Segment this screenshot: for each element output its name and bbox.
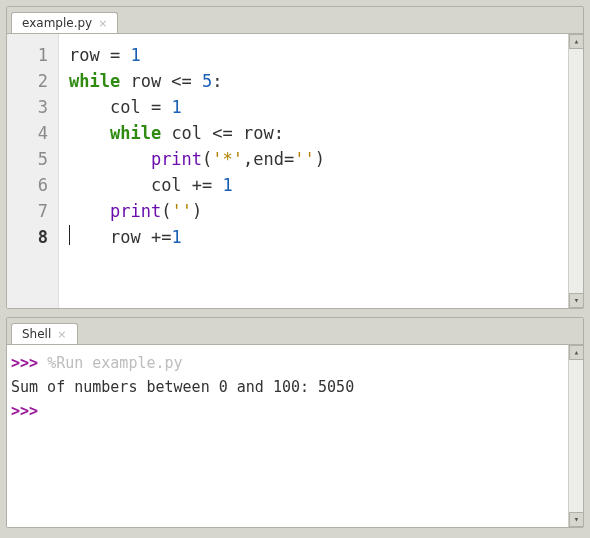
shell-prompt: >>>: [11, 402, 38, 420]
scroll-up-icon[interactable]: ▴: [569, 34, 584, 49]
shell-prompt: >>>: [11, 354, 38, 372]
shell-tab-row: Shell ×: [7, 318, 583, 344]
code-line: while row <= 5:: [69, 68, 562, 94]
code-line: col = 1: [69, 94, 562, 120]
line-number-current: 8: [7, 224, 48, 250]
shell-tab[interactable]: Shell ×: [11, 323, 78, 344]
code-line: row = 1: [69, 42, 562, 68]
code-line: row +=1: [69, 224, 562, 250]
line-number: 4: [7, 120, 48, 146]
shell-panel: Shell × >>> %Run example.py Sum of numbe…: [6, 317, 584, 528]
shell-scrollbar[interactable]: ▴ ▾: [568, 345, 583, 527]
code-line: print(''): [69, 198, 562, 224]
editor-tab[interactable]: example.py ×: [11, 12, 118, 33]
code-area[interactable]: row = 1while row <= 5: col = 1 while col…: [59, 34, 568, 308]
shell-line: >>> %Run example.py: [11, 351, 562, 375]
shell-line: >>>: [11, 399, 562, 423]
scroll-up-icon[interactable]: ▴: [569, 345, 584, 360]
code-line: col += 1: [69, 172, 562, 198]
shell-output-area[interactable]: >>> %Run example.py Sum of numbers betwe…: [7, 345, 568, 527]
line-number: 5: [7, 146, 48, 172]
text-caret: [69, 225, 70, 245]
close-icon[interactable]: ×: [57, 329, 66, 340]
scroll-down-icon[interactable]: ▾: [569, 512, 584, 527]
code-line: while col <= row:: [69, 120, 562, 146]
shell-content: >>> %Run example.py Sum of numbers betwe…: [7, 344, 583, 527]
editor-tab-row: example.py ×: [7, 7, 583, 33]
line-number: 6: [7, 172, 48, 198]
scroll-down-icon[interactable]: ▾: [569, 293, 584, 308]
editor-scrollbar[interactable]: ▴ ▾: [568, 34, 583, 308]
line-number: 1: [7, 42, 48, 68]
close-icon[interactable]: ×: [98, 18, 107, 29]
line-number-gutter: 1 2 3 4 5 6 7 8: [7, 34, 59, 308]
shell-output-line: Sum of numbers between 0 and 100: 5050: [11, 375, 562, 399]
editor-panel: example.py × 1 2 3 4 5 6 7 8 row = 1whil…: [6, 6, 584, 309]
shell-tab-label: Shell: [22, 327, 51, 341]
shell-run-command: %Run example.py: [47, 354, 182, 372]
line-number: 3: [7, 94, 48, 120]
line-number: 7: [7, 198, 48, 224]
editor-content: 1 2 3 4 5 6 7 8 row = 1while row <= 5: c…: [7, 33, 583, 308]
editor-tab-label: example.py: [22, 16, 92, 30]
line-number: 2: [7, 68, 48, 94]
code-line: print('*',end=''): [69, 146, 562, 172]
